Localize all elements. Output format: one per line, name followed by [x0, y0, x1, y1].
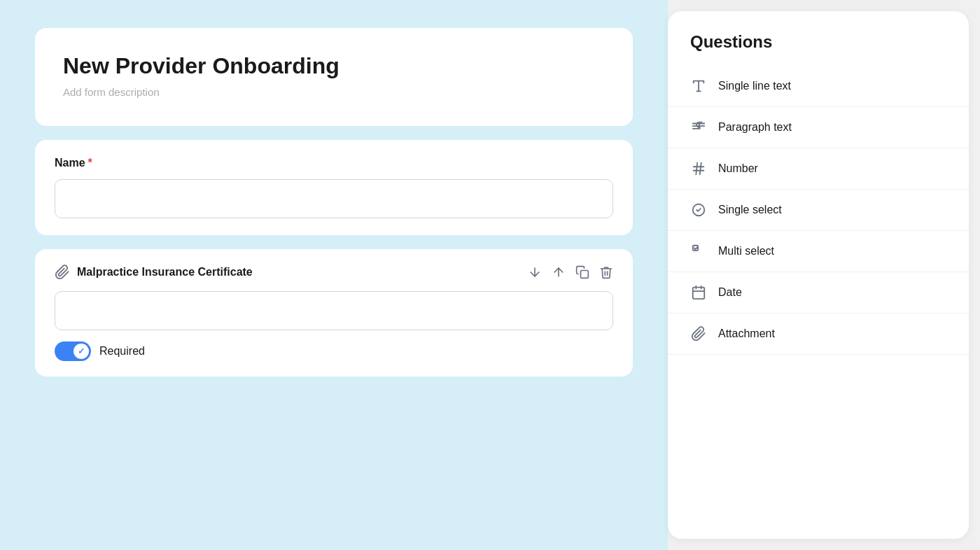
toggle-knob: ✓ [74, 344, 89, 359]
question-label-attachment: Attachment [718, 327, 775, 340]
question-label-single-select: Single select [718, 204, 782, 216]
attachment-field-icon [55, 265, 70, 280]
move-down-icon[interactable] [528, 265, 542, 279]
attachment-title-group: Malpractice Insurance Certificate [55, 265, 253, 280]
name-field-label: Name * [55, 157, 613, 169]
svg-line-10 [696, 163, 697, 175]
toggle-check-icon: ✓ [78, 346, 85, 356]
question-item-single-select[interactable]: Single select [668, 190, 969, 231]
required-toggle[interactable]: ✓ [55, 341, 91, 361]
question-item-date[interactable]: Date [668, 272, 969, 313]
required-toggle-row: ✓ Required [55, 341, 613, 361]
text-icon [690, 78, 707, 94]
question-list: Single line text Paragraph text Number [668, 66, 969, 539]
question-item-number[interactable]: Number [668, 148, 969, 190]
attachment-field-card: Malpractice Insurance Certificate [35, 249, 633, 376]
svg-rect-14 [693, 288, 705, 299]
required-label: Required [99, 345, 145, 358]
question-label-number: Number [718, 162, 758, 175]
form-title: New Provider Onboarding [63, 53, 605, 79]
attachment-header: Malpractice Insurance Certificate [55, 265, 613, 280]
svg-line-11 [700, 163, 701, 175]
form-header-card: New Provider Onboarding Add form descrip… [35, 28, 633, 126]
question-label-multi-select: Multi select [718, 245, 774, 258]
question-item-attachment[interactable]: Attachment [668, 313, 969, 355]
duplicate-icon[interactable] [575, 265, 589, 279]
left-panel: New Provider Onboarding Add form descrip… [0, 0, 668, 550]
paragraph-icon [690, 120, 707, 135]
multi-select-icon [690, 244, 707, 259]
question-item-single-line-text[interactable]: Single line text [668, 66, 969, 107]
questions-title: Questions [668, 32, 969, 66]
delete-icon[interactable] [599, 265, 613, 279]
attachment-icon [690, 326, 707, 341]
attachment-title: Malpractice Insurance Certificate [77, 266, 253, 278]
number-icon [690, 161, 707, 176]
date-icon [690, 285, 707, 300]
single-select-icon [690, 202, 707, 218]
form-description: Add form description [63, 86, 605, 98]
attachment-field-input[interactable] [55, 291, 613, 330]
name-field-card: Name * [35, 140, 633, 235]
move-up-icon[interactable] [552, 265, 566, 279]
question-item-paragraph-text[interactable]: Paragraph text [668, 107, 969, 148]
question-label-paragraph-text: Paragraph text [718, 121, 792, 134]
right-panel: Questions Single line text Paragraph tex… [668, 11, 969, 539]
question-item-multi-select[interactable]: Multi select [668, 231, 969, 272]
svg-rect-2 [581, 271, 589, 278]
question-label-date: Date [718, 286, 742, 299]
required-star: * [88, 157, 92, 169]
name-field-input[interactable] [55, 179, 613, 218]
question-label-single-line-text: Single line text [718, 80, 791, 92]
attachment-actions [528, 265, 613, 279]
